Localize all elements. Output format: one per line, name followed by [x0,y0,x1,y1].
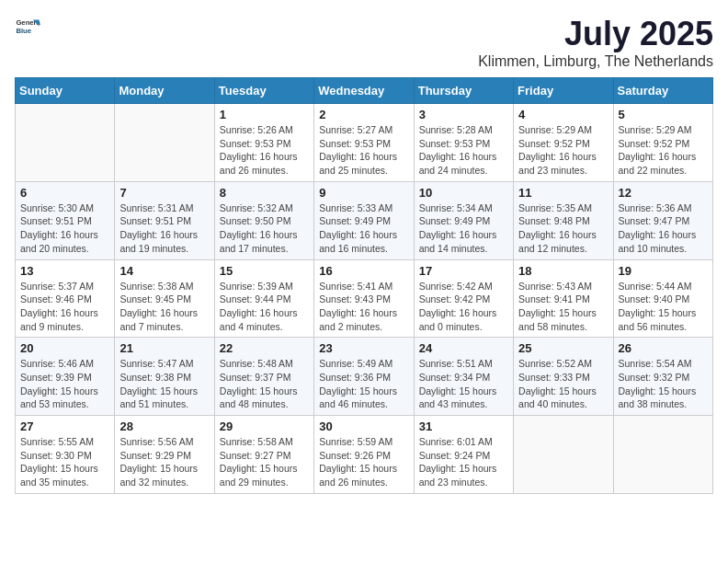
cell-text: Sunset: 9:47 PM [619,214,708,228]
cell-text: Sunset: 9:40 PM [619,293,708,306]
cell-text: Sunrise: 5:26 AM [220,123,309,137]
cell-text: Sunset: 9:48 PM [518,214,608,228]
cell-text: Sunrise: 5:47 AM [119,357,209,371]
calendar-cell: 20Sunrise: 5:46 AMSunset: 9:39 PMDayligh… [16,338,115,416]
day-number: 2 [319,108,408,121]
calendar-table: SundayMondayTuesdayWednesdayThursdayFrid… [15,77,713,494]
logo: General Blue [15,15,44,40]
calendar-header-monday: Monday [115,78,214,104]
cell-text: Sunset: 9:44 PM [220,293,309,306]
calendar-cell: 23Sunrise: 5:49 AMSunset: 9:36 PMDayligh… [314,338,414,416]
calendar-cell: 2Sunrise: 5:27 AMSunset: 9:53 PMDaylight… [314,104,414,182]
cell-text: Sunset: 9:37 PM [220,371,309,385]
cell-text: Sunrise: 5:54 AM [619,357,708,371]
cell-text: Daylight: 15 hours and 32 minutes. [119,462,209,488]
day-number: 16 [319,264,408,278]
calendar-cell: 10Sunrise: 5:34 AMSunset: 9:49 PMDayligh… [414,181,513,259]
cell-text: Sunset: 9:27 PM [220,449,309,463]
calendar-cell: 29Sunrise: 5:58 AMSunset: 9:27 PMDayligh… [214,416,313,494]
cell-text: Sunrise: 5:58 AM [220,435,309,449]
day-number: 26 [619,341,708,355]
calendar-cell: 26Sunrise: 5:54 AMSunset: 9:32 PMDayligh… [613,338,712,416]
calendar-cell: 19Sunrise: 5:44 AMSunset: 9:40 PMDayligh… [613,259,712,338]
cell-text: Sunrise: 5:35 AM [518,201,608,215]
cell-text: Daylight: 16 hours and 4 minutes. [220,306,309,333]
day-number: 3 [419,108,508,121]
cell-text: Sunrise: 5:27 AM [319,123,408,137]
cell-text: Sunrise: 5:36 AM [619,201,708,215]
cell-text: Sunset: 9:43 PM [319,293,408,306]
cell-text: Daylight: 16 hours and 17 minutes. [220,228,309,255]
day-number: 12 [619,186,708,200]
cell-text: Daylight: 15 hours and 23 minutes. [419,462,508,488]
cell-text: Daylight: 16 hours and 25 minutes. [319,150,408,177]
day-number: 21 [119,341,209,355]
cell-text: Sunset: 9:24 PM [419,449,508,463]
day-number: 25 [518,341,608,355]
day-number: 4 [518,108,608,121]
cell-text: Sunrise: 5:51 AM [419,357,508,371]
calendar-cell: 28Sunrise: 5:56 AMSunset: 9:29 PMDayligh… [115,416,214,494]
day-number: 10 [419,186,508,200]
day-number: 11 [518,186,608,200]
cell-text: Sunset: 9:53 PM [419,137,508,151]
day-number: 22 [220,341,309,355]
calendar-cell: 31Sunrise: 6:01 AMSunset: 9:24 PMDayligh… [414,416,513,494]
cell-text: Sunrise: 5:43 AM [518,280,608,293]
calendar-week-2: 6Sunrise: 5:30 AMSunset: 9:51 PMDaylight… [16,181,713,259]
cell-text: Sunrise: 5:29 AM [518,123,608,137]
day-number: 7 [119,186,209,200]
day-number: 9 [319,186,408,200]
cell-text: Daylight: 16 hours and 9 minutes. [20,306,109,333]
cell-text: Sunset: 9:32 PM [619,371,708,385]
calendar-week-1: 1Sunrise: 5:26 AMSunset: 9:53 PMDaylight… [16,104,713,182]
cell-text: Sunrise: 5:39 AM [220,280,309,293]
calendar-header-wednesday: Wednesday [314,78,414,104]
calendar-cell: 11Sunrise: 5:35 AMSunset: 9:48 PMDayligh… [514,181,613,259]
cell-text: Sunrise: 5:49 AM [319,357,408,371]
cell-text: Sunset: 9:52 PM [619,137,708,151]
calendar-cell: 15Sunrise: 5:39 AMSunset: 9:44 PMDayligh… [214,259,313,338]
calendar-cell: 27Sunrise: 5:55 AMSunset: 9:30 PMDayligh… [16,416,115,494]
calendar-header-thursday: Thursday [414,78,513,104]
cell-text: Sunset: 9:34 PM [419,371,508,385]
cell-text: Sunrise: 5:46 AM [20,357,109,371]
calendar-cell: 17Sunrise: 5:42 AMSunset: 9:42 PMDayligh… [414,259,513,338]
cell-text: Sunset: 9:26 PM [319,449,408,463]
cell-text: Sunset: 9:29 PM [119,449,209,463]
month-title: July 2025 [478,15,713,53]
cell-text: Sunrise: 5:31 AM [119,201,209,215]
cell-text: Sunrise: 5:48 AM [220,357,309,371]
calendar-cell [115,104,214,182]
cell-text: Daylight: 15 hours and 38 minutes. [619,385,708,411]
calendar-cell: 24Sunrise: 5:51 AMSunset: 9:34 PMDayligh… [414,338,513,416]
day-number: 13 [20,264,109,278]
cell-text: Sunrise: 5:33 AM [319,201,408,215]
day-number: 30 [319,419,408,433]
cell-text: Sunset: 9:49 PM [319,214,408,228]
cell-text: Daylight: 15 hours and 29 minutes. [220,462,309,488]
cell-text: Daylight: 16 hours and 22 minutes. [619,150,708,177]
calendar-header-saturday: Saturday [613,78,712,104]
cell-text: Sunrise: 5:30 AM [20,201,109,215]
cell-text: Sunset: 9:52 PM [518,137,608,151]
cell-text: Sunset: 9:33 PM [518,371,608,385]
calendar-cell [613,416,712,494]
calendar-cell: 4Sunrise: 5:29 AMSunset: 9:52 PMDaylight… [514,104,613,182]
day-number: 23 [319,341,408,355]
calendar-header-sunday: Sunday [16,78,115,104]
calendar-cell: 14Sunrise: 5:38 AMSunset: 9:45 PMDayligh… [115,259,214,338]
cell-text: Sunrise: 6:01 AM [419,435,508,449]
logo-icon: General Blue [15,15,40,40]
svg-text:Blue: Blue [16,27,31,35]
calendar-cell: 25Sunrise: 5:52 AMSunset: 9:33 PMDayligh… [514,338,613,416]
calendar-header-friday: Friday [514,78,613,104]
cell-text: Daylight: 16 hours and 23 minutes. [518,150,608,177]
cell-text: Daylight: 15 hours and 43 minutes. [419,385,508,411]
cell-text: Sunrise: 5:42 AM [419,280,508,293]
day-number: 24 [419,341,508,355]
cell-text: Sunrise: 5:56 AM [119,435,209,449]
cell-text: Sunrise: 5:28 AM [419,123,508,137]
cell-text: Daylight: 16 hours and 24 minutes. [419,150,508,177]
calendar-week-4: 20Sunrise: 5:46 AMSunset: 9:39 PMDayligh… [16,338,713,416]
